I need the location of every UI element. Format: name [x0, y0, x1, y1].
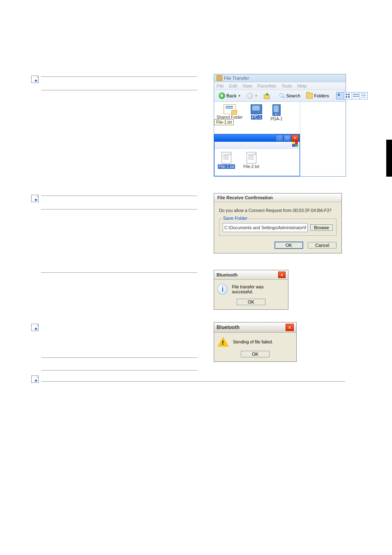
dialog-message: Sending of file failed.: [233, 339, 273, 344]
maximize-button[interactable]: □: [284, 135, 291, 141]
bluetooth-success-dialog: Bluetooth × i File transfer was successf…: [214, 270, 288, 310]
menu-file[interactable]: File: [217, 83, 224, 88]
menu-tools[interactable]: Tools: [281, 83, 292, 88]
folders-icon: [306, 93, 313, 99]
folders-button[interactable]: Folders: [304, 92, 331, 99]
title-text: Bluetooth: [217, 272, 238, 277]
warning-icon: [217, 337, 229, 347]
item-label: PDA-1: [270, 117, 282, 121]
dialog-title: Bluetooth ×: [214, 322, 296, 333]
back-button[interactable]: Back ▼: [217, 92, 243, 100]
forward-button[interactable]: ▼: [244, 92, 260, 100]
view-buttons: [336, 92, 368, 99]
tooltip: File-1.txt: [214, 119, 234, 125]
menu-favorites[interactable]: Favorites: [258, 83, 276, 88]
search-button[interactable]: Search: [277, 92, 302, 99]
dropdown-icon[interactable]: ▼: [238, 94, 241, 98]
file-transfer-icon: [217, 75, 222, 81]
menu-edit[interactable]: Edit: [229, 83, 237, 88]
separator: [41, 370, 197, 371]
separator: [41, 357, 197, 358]
ok-button[interactable]: OK: [237, 299, 265, 305]
inner-window: _ □ × File-1.txt: [214, 134, 300, 176]
file-receive-dialog: File Receive Confirmation Do you allow a…: [214, 193, 342, 253]
close-button[interactable]: ×: [291, 135, 299, 141]
title-text: Bluetooth: [217, 325, 240, 330]
browse-button[interactable]: Browse: [310, 224, 333, 231]
view-thumb-button[interactable]: [337, 92, 344, 99]
shared-folder-item[interactable]: Shared Folder: [217, 104, 242, 129]
fieldset-legend: Save Folder: [222, 216, 249, 221]
up-icon: [263, 92, 270, 99]
dropdown-icon[interactable]: ▼: [254, 94, 258, 98]
separator: [41, 90, 197, 90]
title-text: File Transfer: [224, 76, 249, 81]
save-folder-fieldset: Save Folder Browse: [219, 219, 337, 236]
cancel-button[interactable]: Cancel: [308, 242, 337, 249]
note-icon: [31, 76, 39, 83]
view-tiles-button[interactable]: [344, 92, 352, 99]
file-item[interactable]: File-2.txt: [243, 152, 259, 173]
window-title: File Transfer: [214, 74, 346, 82]
close-button[interactable]: ×: [286, 324, 294, 331]
file-label: File-2.txt: [243, 164, 259, 169]
info-icon: i: [217, 284, 228, 295]
bluetooth-fail-dialog: Bluetooth × Sending of file failed. OK: [214, 322, 297, 362]
folders-label: Folders: [314, 93, 329, 98]
file-item[interactable]: File-1.txt: [218, 152, 235, 173]
pda-item[interactable]: PDA-1: [270, 104, 282, 129]
close-button[interactable]: ×: [278, 272, 286, 278]
menu-view[interactable]: View: [242, 83, 252, 88]
back-label: Back: [226, 93, 236, 98]
pc-item[interactable]: PC-1 File-1.txt: [251, 104, 262, 129]
dialog-title: Bluetooth ×: [214, 270, 288, 280]
separator: [41, 209, 197, 210]
back-icon: [219, 92, 225, 99]
dialog-message: File transfer was successful.: [232, 284, 285, 294]
separator: [41, 196, 197, 196]
pda-icon: [272, 104, 281, 116]
separator: [41, 381, 345, 382]
dialog-message: Do you allow a Connect Request from 00:0…: [219, 208, 337, 213]
file-transfer-window: File Transfer File Edit View Favorites T…: [214, 74, 346, 177]
separator: [41, 272, 197, 273]
inner-titlebar: _ □ ×: [214, 134, 300, 142]
forward-icon: [247, 92, 253, 99]
note-icon: [31, 324, 39, 331]
separator: [41, 76, 197, 77]
search-icon: [279, 93, 285, 99]
view-icons-button[interactable]: [352, 92, 360, 99]
textfile-icon: [247, 152, 256, 164]
ok-button[interactable]: OK: [241, 351, 270, 357]
windows-flag-icon: [292, 142, 298, 147]
view-list-button[interactable]: [360, 92, 367, 99]
computer-icon: [251, 104, 262, 114]
menubar: File Edit View Favorites Tools Help: [214, 82, 346, 90]
ok-button[interactable]: OK: [274, 242, 303, 249]
minimize-button[interactable]: _: [276, 135, 283, 141]
toolbar: Back ▼ ▼ Search: [214, 90, 346, 102]
note-icon: [31, 375, 39, 383]
shared-folder-icon: [224, 104, 236, 114]
search-label: Search: [286, 93, 300, 98]
save-path-input[interactable]: [223, 223, 308, 232]
note-icon: [31, 195, 39, 202]
up-button[interactable]: [261, 92, 272, 100]
menu-help[interactable]: Help: [297, 83, 307, 88]
file-label: File-1.txt: [218, 164, 235, 169]
textfile-icon: [221, 152, 231, 164]
dialog-title: File Receive Confirmation: [214, 193, 341, 202]
